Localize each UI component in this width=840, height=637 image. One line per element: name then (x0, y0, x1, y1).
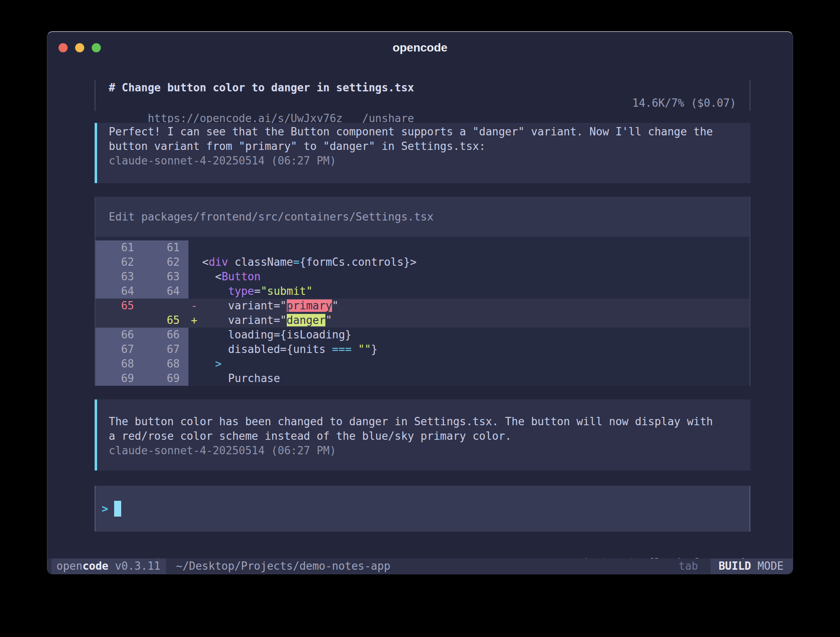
diff-marker (188, 371, 202, 386)
token-usage-counter: 14.6K/7% ($0.07) (632, 96, 736, 111)
diff-row: 6767 disabled={units === ""} (95, 342, 750, 357)
diff-gutter: 65 (95, 313, 188, 328)
code-token: {formCs.controls}> (300, 256, 417, 268)
edit-tool-panel: Edit packages/frontend/src/containers/Se… (95, 197, 750, 386)
prompt-input[interactable]: > (95, 486, 750, 532)
tab-key-hint: tab (679, 559, 698, 574)
diff-gutter: 6161 (95, 240, 188, 255)
code-token: loading={isLoading} (202, 328, 352, 341)
diff-code-line: <div className={formCs.controls}> (202, 255, 417, 270)
old-line-number: 66 (95, 328, 142, 342)
diff-gutter: 6262 (95, 255, 188, 270)
new-line-number: 64 (142, 284, 188, 299)
session-header: # Change button color to danger in setti… (95, 80, 750, 111)
code-token: " (332, 299, 339, 312)
app-name-code: code (83, 560, 109, 572)
new-line-number (142, 299, 188, 313)
assistant-message-text: Perfect! I can see that the Button compo… (109, 125, 750, 154)
app-name-open: open (56, 560, 83, 572)
code-token: > (215, 358, 222, 370)
old-line-number: 69 (95, 371, 142, 386)
diff-row: 65- variant="primary" (95, 299, 750, 313)
session-title: # Change button color to danger in setti… (109, 80, 736, 96)
diff-code-line: variant="primary" (202, 299, 339, 313)
window-title: opencode (47, 41, 793, 54)
new-line-number: 66 (142, 328, 188, 342)
prompt-symbol: > (102, 502, 108, 515)
app-version-chip: opencode v0.3.11 (51, 559, 166, 574)
diff-view: 61616262<div className={formCs.controls}… (95, 237, 750, 386)
new-line-number: 65 (142, 313, 188, 328)
code-token: "submit" (261, 285, 313, 297)
mode-name: BUILD (718, 560, 751, 572)
status-bar: opencode v0.3.11 ~/Desktop/Projects/demo… (47, 559, 793, 574)
diff-code-line: variant="danger" (202, 313, 332, 328)
code-token: primary (287, 299, 332, 312)
diff-code-line: disabled={units === ""} (202, 342, 378, 357)
new-line-number: 63 (142, 270, 188, 284)
opencode-window: opencode # Change button color to danger… (47, 31, 793, 574)
diff-gutter: 6868 (95, 357, 188, 371)
diff-row: 65+ variant="danger" (95, 313, 750, 328)
diff-code-line: loading={isLoading} (202, 328, 352, 342)
diff-marker (188, 255, 202, 270)
assistant-message: The button color has been changed to dan… (95, 399, 750, 470)
code-token: === (332, 343, 352, 355)
code-token (352, 343, 358, 355)
new-line-number: 61 (142, 240, 188, 255)
diff-marker (188, 342, 202, 357)
code-token: "" (358, 343, 371, 355)
old-line-number: 62 (95, 255, 142, 270)
code-token: = (254, 285, 261, 297)
diff-marker: + (188, 313, 202, 328)
diff-code-line: <Button (202, 270, 261, 284)
code-token: " (325, 314, 332, 326)
mode-suffix: MODE (751, 560, 784, 572)
diff-row: 6363 <Button (95, 270, 750, 284)
diff-marker (188, 284, 202, 299)
code-token: } (371, 343, 378, 355)
code-token: < (202, 256, 209, 268)
old-line-number: 65 (95, 299, 142, 313)
assistant-message-meta: claude-sonnet-4-20250514 (06:27 PM) (109, 154, 750, 168)
code-token: div (209, 256, 228, 268)
old-line-number: 63 (95, 270, 142, 284)
old-line-number: 68 (95, 357, 142, 371)
code-token: Purchase (202, 372, 280, 385)
old-line-number: 67 (95, 342, 142, 357)
diff-row: 6868 > (95, 357, 750, 371)
diff-gutter: 6969 (95, 371, 188, 386)
code-token: type (228, 285, 254, 297)
assistant-message: Perfect! I can see that the Button compo… (95, 123, 750, 183)
old-line-number: 61 (95, 240, 142, 255)
diff-gutter: 6666 (95, 328, 188, 342)
diff-marker (188, 240, 202, 255)
code-token: className (228, 256, 293, 268)
diff-gutter: 6767 (95, 342, 188, 357)
diff-marker (188, 270, 202, 284)
edit-tool-title: Edit packages/frontend/src/containers/Se… (95, 197, 750, 237)
diff-gutter: 6363 (95, 270, 188, 284)
code-token: = (293, 256, 300, 268)
diff-row: 6464 type="submit" (95, 284, 750, 299)
diff-row: 6666 loading={isLoading} (95, 328, 750, 342)
assistant-message-meta: claude-sonnet-4-20250514 (06:27 PM) (109, 443, 750, 458)
window-titlebar: opencode (47, 32, 793, 61)
code-token: Button (222, 270, 261, 283)
new-line-number: 62 (142, 255, 188, 270)
mode-chip: BUILD MODE (711, 559, 793, 574)
old-line-number: 64 (95, 284, 142, 299)
old-line-number (95, 313, 142, 328)
app-version: v0.3.11 (108, 560, 160, 572)
diff-marker: - (188, 299, 202, 313)
new-line-number: 67 (142, 342, 188, 357)
code-token (202, 285, 228, 297)
code-token: < (202, 270, 222, 283)
text-cursor (114, 501, 121, 517)
diff-gutter: 6464 (95, 284, 188, 299)
code-token (202, 358, 215, 370)
diff-row: 6969 Purchase (95, 371, 750, 386)
diff-code-line: > (202, 357, 222, 371)
diff-code-line: Purchase (202, 371, 280, 386)
code-token: variant=" (202, 314, 287, 326)
